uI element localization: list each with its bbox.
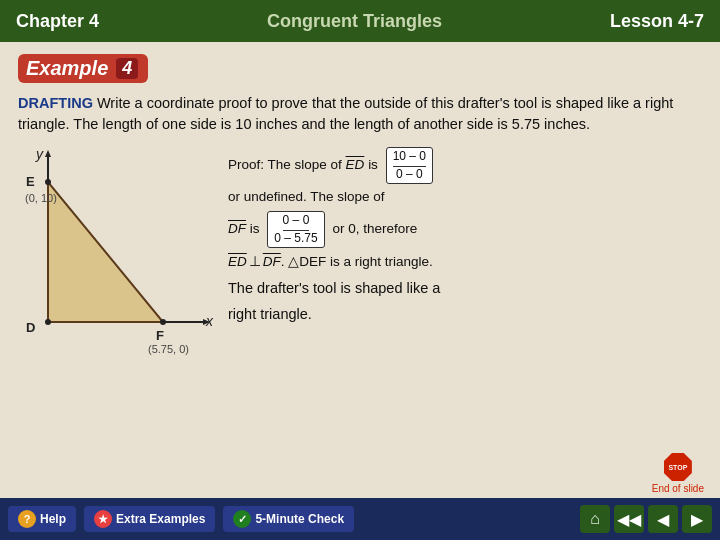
- problem-body: Write a coordinate proof to prove that t…: [18, 95, 673, 132]
- lesson-label: Lesson 4-7: [610, 11, 704, 32]
- proof-or-undefined: or undefined. The slope of: [228, 186, 385, 209]
- def-right: . △DEF is a right triangle.: [281, 251, 433, 274]
- home-button[interactable]: ⌂: [580, 505, 610, 533]
- ed-label-2: ED: [228, 251, 247, 274]
- coord-svg: x y E (0, 10) D F (5.75, 0): [18, 147, 213, 357]
- check-icon: ✓: [233, 510, 251, 528]
- end-of-slide-badge: STOP End of slide: [652, 453, 704, 494]
- svg-point-12: [45, 179, 51, 185]
- proof-or-zero: or 0, therefore: [332, 218, 417, 241]
- svg-text:(0, 10): (0, 10): [25, 192, 57, 204]
- extra-icon: ★: [94, 510, 112, 528]
- conclusion-1: The drafter's tool is shaped like a: [228, 280, 440, 296]
- stop-sign-icon: STOP: [664, 453, 692, 481]
- svg-text:x: x: [205, 313, 213, 329]
- help-icon: ?: [18, 510, 36, 528]
- proof-line-4: ED ⊥ DF . △DEF is a right triangle.: [228, 250, 702, 274]
- extra-examples-button[interactable]: ★ Extra Examples: [84, 506, 215, 532]
- example-number: 4: [116, 58, 138, 79]
- coordinate-diagram: x y E (0, 10) D F (5.75, 0): [18, 147, 218, 367]
- help-button[interactable]: ? Help: [8, 506, 76, 532]
- next-button[interactable]: ▶: [682, 505, 712, 533]
- df-fraction: 0 – 0 0 – 5.75: [267, 211, 324, 248]
- svg-text:(5.75, 0): (5.75, 0): [148, 343, 189, 355]
- header: Chapter 4 Congruent Triangles Lesson 4-7: [0, 0, 720, 42]
- problem-keyword: DRAFTING: [18, 95, 93, 111]
- svg-text:y: y: [35, 147, 44, 162]
- five-minute-check-button[interactable]: ✓ 5-Minute Check: [223, 506, 354, 532]
- proof-line-2: or undefined. The slope of: [228, 186, 702, 209]
- ed-denominator: 0 – 0: [396, 167, 423, 183]
- back-button[interactable]: ◀◀: [614, 505, 644, 533]
- chapter-title: Congruent Triangles: [99, 11, 610, 32]
- svg-text:E: E: [26, 174, 35, 189]
- problem-text: DRAFTING Write a coordinate proof to pro…: [18, 93, 702, 135]
- ed-label: ED: [346, 154, 365, 177]
- svg-point-14: [160, 319, 166, 325]
- footer: ? Help ★ Extra Examples ✓ 5-Minute Check…: [0, 498, 720, 540]
- main-content: Example 4 DRAFTING Write a coordinate pr…: [0, 42, 720, 375]
- proof-line-3: DF is 0 – 0 0 – 5.75 or 0, therefore: [228, 211, 702, 248]
- help-label: Help: [40, 512, 66, 526]
- proof-is-2: is: [250, 218, 260, 241]
- prev-button[interactable]: ◀: [648, 505, 678, 533]
- svg-marker-3: [45, 150, 51, 157]
- nav-controls: ⌂ ◀◀ ◀ ▶: [580, 505, 712, 533]
- df-label-2: DF: [263, 251, 281, 274]
- df-label: DF: [228, 218, 246, 241]
- df-numerator: 0 – 0: [283, 213, 310, 231]
- proof-line-1: Proof: The slope of ED is 10 – 0 0 – 0: [228, 147, 702, 184]
- svg-text:D: D: [26, 320, 35, 335]
- end-of-slide-label: End of slide: [652, 483, 704, 494]
- conclusion-2: right triangle.: [228, 306, 312, 322]
- conclusion-text-2: right triangle.: [228, 304, 702, 326]
- proof-area: Proof: The slope of ED is 10 – 0 0 – 0 o…: [218, 147, 702, 326]
- svg-point-13: [45, 319, 51, 325]
- content-row: x y E (0, 10) D F (5.75, 0) Proof: The s: [18, 147, 702, 367]
- ed-fraction: 10 – 0 0 – 0: [386, 147, 433, 184]
- check-label: 5-Minute Check: [255, 512, 344, 526]
- svg-text:F: F: [156, 328, 164, 343]
- example-label: Example: [26, 57, 108, 80]
- ed-numerator: 10 – 0: [393, 149, 426, 167]
- extra-label: Extra Examples: [116, 512, 205, 526]
- proof-intro: Proof: The slope of: [228, 154, 342, 177]
- proof-is-1: is: [368, 154, 378, 177]
- chapter-label: Chapter 4: [16, 11, 99, 32]
- df-denominator: 0 – 5.75: [274, 231, 317, 247]
- perp-symbol: ⊥: [249, 250, 261, 274]
- conclusion-text: The drafter's tool is shaped like a: [228, 278, 702, 300]
- svg-marker-6: [48, 182, 163, 322]
- example-badge: Example 4: [18, 54, 148, 83]
